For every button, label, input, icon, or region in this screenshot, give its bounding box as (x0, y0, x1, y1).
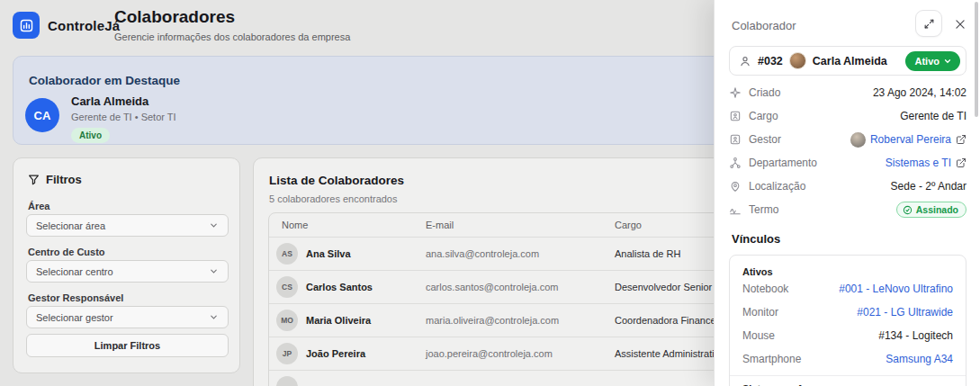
external-link-icon (956, 157, 967, 168)
panel-title: Colaborador (732, 19, 796, 32)
close-panel-button[interactable] (952, 16, 968, 32)
asset-row: Mouse #134 - Logitech (742, 324, 953, 347)
avatar: CS (276, 276, 298, 298)
expand-icon (923, 18, 935, 30)
department-link[interactable]: Sistemas e TI (886, 157, 967, 169)
filter-icon (28, 174, 40, 185)
filters-title: Filtros (28, 173, 82, 186)
column-header-email: E-mail (420, 220, 609, 230)
area-select[interactable]: Selecionar área (26, 214, 229, 237)
created-value: 23 Ago 2024, 14:02 (873, 86, 967, 99)
chevron-down-icon (943, 57, 952, 66)
role-value: Gerente de TI (900, 110, 967, 122)
detail-row-created: Criado 23 Ago 2024, 14:02 (729, 81, 967, 104)
area-label: Área (28, 201, 49, 211)
page-subtitle: Gerencie informações dos colaboradores d… (114, 31, 350, 42)
id-badge-icon (729, 133, 742, 146)
avatar: CA (25, 98, 59, 132)
brand-logo-icon (13, 12, 40, 39)
vinculos-title: Vínculos (732, 232, 780, 246)
avatar (789, 52, 806, 69)
avatar (276, 376, 298, 386)
status-dropdown[interactable]: Ativo (905, 51, 961, 71)
status-badge: Ativo (71, 128, 110, 143)
check-circle-icon (903, 205, 913, 215)
clear-filters-button[interactable]: Limpar Filtros (26, 334, 229, 357)
avatar (850, 132, 866, 148)
id-badge-icon (729, 110, 742, 122)
asset-row: Notebook #001 - LeNovo Ultrafino (742, 277, 953, 301)
asset-row: Monitor #021 - LG Ultrawide (742, 301, 953, 324)
employee-name: Carla Almeida (813, 55, 899, 67)
featured-employee-role: Gerente de TI • Setor TI (71, 112, 176, 122)
manager-select[interactable]: Selecionar gestor (26, 306, 229, 328)
featured-title: Colaborador em Destaque (29, 74, 180, 87)
external-link-icon (956, 134, 967, 145)
divider (730, 375, 966, 376)
asset-link[interactable]: #021 - LG Ultrawide (857, 306, 953, 319)
chevron-down-icon (209, 312, 219, 322)
person-icon (739, 55, 751, 67)
map-pin-icon (729, 180, 742, 193)
avatar: AS (276, 243, 298, 265)
asset-link[interactable]: Samsung A34 (886, 353, 953, 365)
location-value: Sede - 2º Andar (891, 180, 967, 193)
list-count: 5 colaboradores encontrados (269, 193, 397, 204)
avatar: MO (276, 310, 298, 331)
term-signed-badge: Assinado (896, 202, 967, 218)
list-title: Lista de Colaboradores (269, 174, 404, 187)
brand-name: ControleJá (48, 18, 120, 33)
employee-details: Criado 23 Ago 2024, 14:02 Cargo Gerente … (729, 81, 967, 221)
filters-card: Filtros Área Selecionar área Centro de C… (13, 157, 240, 373)
sparkle-icon (729, 86, 742, 99)
featured-employee-name: Carla Almeida (71, 94, 176, 108)
signature-icon (729, 203, 742, 216)
asset-link[interactable]: #001 - LeNovo Ultrafino (839, 283, 953, 295)
hierarchy-icon (729, 157, 742, 169)
detail-row-location: Localização Sede - 2º Andar (729, 175, 967, 198)
app-header: ControleJá Colaboradores Gerencie inform… (0, 0, 714, 50)
asset-row: Smartphone Samsung A34 (742, 347, 953, 371)
page-head: Colaboradores Gerencie informações dos c… (114, 7, 350, 42)
featured-employee-card: Colaborador em Destaque CA Carla Almeida… (13, 56, 738, 145)
expand-panel-button[interactable] (915, 10, 942, 37)
detail-row-role: Cargo Gerente de TI (729, 104, 967, 128)
manager-link[interactable]: Roberval Pereira (850, 132, 967, 148)
close-icon (954, 18, 967, 31)
assets-box: Ativos Notebook #001 - LeNovo Ultrafino … (729, 255, 967, 386)
avatar: JP (276, 343, 298, 364)
chevron-down-icon (209, 220, 219, 230)
employee-id: #032 (758, 55, 783, 67)
panel-scrollbar[interactable] (975, 2, 978, 117)
manager-label: Gestor Responsável (28, 292, 123, 303)
cost-center-select[interactable]: Selecionar centro (26, 260, 229, 283)
employee-detail-panel: Colaborador #032 Carla Almeida Ativo Cri… (714, 0, 980, 386)
detail-row-term: Termo Assinado (729, 198, 967, 221)
column-header-name: Nome (276, 220, 420, 230)
detail-row-department: Departamento Sistemas e TI (729, 151, 967, 175)
employee-identity-card: #032 Carla Almeida Ativo (729, 46, 967, 76)
detail-row-manager: Gestor Roberval Pereira (729, 128, 967, 151)
brand[interactable]: ControleJá (13, 12, 120, 39)
chevron-down-icon (209, 266, 219, 276)
asset-value: #134 - Logitech (878, 329, 953, 342)
page-title: Colaboradores (114, 7, 350, 27)
featured-employee[interactable]: CA Carla Almeida Gerente de TI • Setor T… (25, 94, 176, 143)
cost-center-label: Centro de Custo (28, 247, 105, 257)
ativos-title: Ativos (742, 266, 953, 277)
